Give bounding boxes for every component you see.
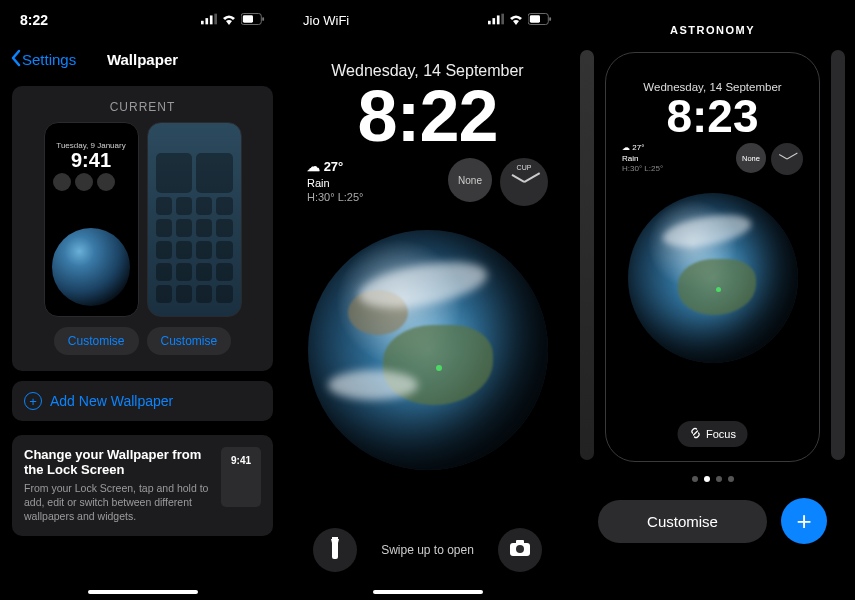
weather-cond: Rain <box>307 176 364 190</box>
wallpaper-gallery-screen: ASTRONOMY Wednesday, 14 September 8:23 ☁… <box>570 0 855 600</box>
camera-icon <box>510 540 530 560</box>
clock-city-label: CUP <box>517 164 532 171</box>
info-preview-thumb: 9:41 <box>221 447 261 507</box>
status-icons <box>201 12 265 28</box>
svg-rect-8 <box>492 18 495 24</box>
wifi-icon <box>221 12 237 28</box>
svg-rect-9 <box>497 15 500 24</box>
back-label: Settings <box>22 51 76 68</box>
plus-icon: + <box>796 506 811 537</box>
location-dot-icon <box>436 365 442 371</box>
status-time: 8:22 <box>20 12 48 28</box>
focus-button[interactable]: Focus <box>677 421 748 447</box>
page-indicator[interactable] <box>570 476 855 482</box>
weather-widget: ☁︎ 27° Rain H:30° L:25° <box>622 143 663 174</box>
lock-screen: Jio WiFi Wednesday, 14 September 8:22 ☁︎… <box>285 0 570 600</box>
info-title: Change your Wallpaper from the Lock Scre… <box>24 447 211 477</box>
lock-time: 8:22 <box>285 80 570 152</box>
weather-hilow: H:30° L:25° <box>307 190 364 204</box>
wallpaper-preview-card[interactable]: Wednesday, 14 September 8:23 ☁︎ 27° Rain… <box>605 52 820 462</box>
svg-rect-6 <box>262 17 264 21</box>
earth-wallpaper <box>308 230 548 470</box>
customise-button[interactable]: Customise <box>598 500 767 543</box>
swipe-hint: Swipe up to open <box>381 543 474 557</box>
world-clock-widget[interactable]: CUP <box>500 158 548 206</box>
svg-rect-16 <box>516 540 524 544</box>
current-label: CURRENT <box>22 100 263 114</box>
weather-widget[interactable]: ☁︎ 27° Rain H:30° L:25° <box>307 159 364 204</box>
camera-button[interactable] <box>498 528 542 572</box>
page-title: Wallpaper <box>107 51 178 68</box>
info-body: From your Lock Screen, tap and hold to a… <box>24 481 211 524</box>
wifi-icon <box>508 13 524 28</box>
lockscreen-preview[interactable]: Tuesday, 9 January 9:41 <box>44 122 139 317</box>
location-dot-icon <box>716 287 721 292</box>
world-clock-widget <box>771 143 803 175</box>
prev-wallpaper-card[interactable] <box>580 50 594 460</box>
category-label: ASTRONOMY <box>570 24 855 36</box>
current-wallpaper-section: CURRENT Tuesday, 9 January 9:41 Customis… <box>12 86 273 371</box>
info-card: Change your Wallpaper from the Lock Scre… <box>12 435 273 536</box>
svg-point-17 <box>516 545 524 553</box>
home-indicator[interactable] <box>373 590 483 594</box>
add-new-wallpaper-button[interactable]: + Add New Wallpaper <box>12 381 273 421</box>
back-button[interactable]: Settings <box>10 49 76 70</box>
svg-rect-2 <box>210 15 213 24</box>
svg-rect-7 <box>488 20 491 24</box>
settings-wallpaper-screen: 8:22 Settings Wallpaper CURRENT Tuesday, <box>0 0 285 600</box>
customise-lock-button[interactable]: Customise <box>54 327 139 355</box>
link-icon <box>689 427 701 441</box>
battery-icon <box>241 12 265 28</box>
homescreen-preview[interactable] <box>147 122 242 317</box>
activity-widget[interactable]: None <box>448 158 492 202</box>
status-bar: Jio WiFi <box>285 0 570 40</box>
home-indicator[interactable] <box>88 590 198 594</box>
activity-widget: None <box>736 143 766 173</box>
svg-rect-5 <box>243 15 253 22</box>
preview-time: 8:23 <box>606 93 819 139</box>
plus-circle-icon: + <box>24 392 42 410</box>
earth-icon <box>52 228 130 306</box>
status-icons <box>488 13 552 28</box>
svg-rect-1 <box>205 18 208 24</box>
next-wallpaper-card[interactable] <box>831 50 845 460</box>
add-new-label: Add New Wallpaper <box>50 393 173 409</box>
signal-icon <box>488 13 504 28</box>
earth-wallpaper <box>628 193 798 363</box>
cloud-icon: ☁︎ <box>307 159 320 174</box>
svg-rect-0 <box>201 21 204 25</box>
nav-bar: Settings Wallpaper <box>0 40 285 78</box>
flashlight-icon <box>327 537 343 563</box>
battery-icon <box>528 13 552 28</box>
chevron-left-icon <box>10 49 22 70</box>
svg-rect-12 <box>530 15 540 22</box>
status-bar: 8:22 <box>0 0 285 40</box>
add-wallpaper-button[interactable]: + <box>781 498 827 544</box>
widget-row: ☁︎ 27° Rain H:30° L:25° None CUP <box>285 152 570 206</box>
svg-rect-10 <box>501 13 504 24</box>
focus-label: Focus <box>706 428 736 440</box>
customise-home-button[interactable]: Customise <box>147 327 232 355</box>
signal-icon <box>201 12 217 28</box>
svg-rect-3 <box>214 14 217 25</box>
svg-rect-13 <box>549 17 551 21</box>
flashlight-button[interactable] <box>313 528 357 572</box>
preview-time: 9:41 <box>45 149 138 172</box>
carrier-label: Jio WiFi <box>303 13 349 28</box>
svg-rect-14 <box>332 537 338 539</box>
